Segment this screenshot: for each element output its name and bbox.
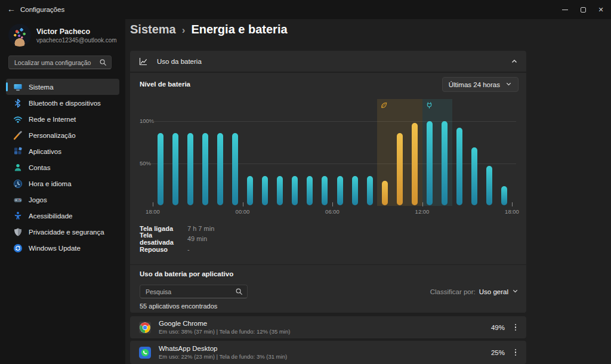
titlebar: ← Configurações ✕ <box>0 0 611 19</box>
gamepad-icon <box>13 195 23 205</box>
main-content: Sistema›Energia e bateria Uso da bateria… <box>125 19 611 364</box>
accessibility-icon <box>13 211 23 221</box>
app-search-input[interactable] <box>140 288 235 295</box>
app-usage-detail: Em uso: 38% (37 min) | Tela de fundo: 12… <box>159 328 290 335</box>
sidebar-item-shield[interactable]: Privacidade e segurança <box>6 224 119 240</box>
window-title: Configurações <box>20 0 64 19</box>
sidebar-item-label: Windows Update <box>29 245 81 252</box>
person-icon <box>13 163 23 172</box>
maximize-icon <box>581 7 586 13</box>
chart-bar <box>352 176 358 205</box>
chart-bar <box>232 133 238 205</box>
app-search <box>140 285 248 298</box>
x-axis-tick <box>512 202 513 206</box>
sidebar-item-label: Aplicativos <box>29 148 61 155</box>
chart-bar <box>501 186 507 205</box>
maximize-button[interactable] <box>574 0 592 19</box>
window-controls: ✕ <box>556 0 610 19</box>
app-usage-detail: Em uso: 22% (23 min) | Tela de fundo: 3%… <box>159 353 287 360</box>
stat-row: Repouso- <box>140 244 214 255</box>
sidebar-item-accessibility[interactable]: Acessibilidade <box>6 208 119 224</box>
x-axis-label: 00:00 <box>233 208 253 215</box>
battery-usage-panel: Nível de bateria Últimas 24 horas 100%50… <box>130 73 526 313</box>
sidebar-item-label: Privacidade e segurança <box>29 229 104 236</box>
x-axis-tick <box>243 202 243 206</box>
breadcrumb: Sistema›Energia e bateria <box>130 23 288 36</box>
battery-level-label: Nível de bateria <box>140 81 190 88</box>
close-icon: ✕ <box>598 6 603 14</box>
sort-dropdown[interactable]: Classificar por: Uso geral <box>430 288 519 295</box>
time-range-dropdown[interactable]: Últimas 24 horas <box>442 77 519 92</box>
settings-nav: SistemaBluetooth e dispositivosRede e In… <box>0 79 125 256</box>
x-axis-label: 18:00 <box>143 208 163 215</box>
more-options-button[interactable] <box>511 324 520 331</box>
breadcrumb-parent[interactable]: Sistema <box>130 23 176 36</box>
back-button[interactable]: ← <box>7 0 16 19</box>
minimize-button[interactable] <box>556 0 574 19</box>
chart-bar <box>427 121 433 205</box>
chart-bar <box>397 133 403 205</box>
x-axis-tick <box>332 202 333 206</box>
x-axis-label: 12:00 <box>412 208 433 215</box>
chart-bar <box>337 176 343 205</box>
update-icon <box>13 243 23 253</box>
stat-value: 7 h 7 min <box>187 225 214 232</box>
expander-title: Uso da bateria <box>157 58 202 65</box>
sidebar-item-label: Rede e Internet <box>29 116 76 123</box>
x-axis-label: 06:00 <box>322 208 342 215</box>
sidebar-item-bluetooth[interactable]: Bluetooth e dispositivos <box>6 95 119 111</box>
sidebar-item-gamepad[interactable]: Jogos <box>6 192 119 208</box>
more-options-button[interactable] <box>511 349 520 356</box>
app-name: WhatsApp Desktop <box>159 345 287 352</box>
breadcrumb-separator: › <box>182 24 186 36</box>
monitor-icon <box>13 82 23 92</box>
x-axis-tick <box>422 202 423 206</box>
page-title: Energia e bateria <box>191 23 287 36</box>
sidebar-item-clock[interactable]: Hora e idioma <box>6 175 119 192</box>
stat-row: Tela desativada49 min <box>140 234 214 245</box>
sidebar-item-brush[interactable]: Personalização <box>6 127 119 143</box>
settings-search <box>8 55 112 69</box>
leaf-icon <box>380 101 388 112</box>
close-button[interactable]: ✕ <box>592 0 610 19</box>
sort-label: Classificar por: <box>430 288 476 295</box>
chart-bar <box>187 133 193 205</box>
minimize-icon <box>562 10 568 10</box>
chart-bar <box>158 133 163 205</box>
chart-bar <box>486 166 492 205</box>
stat-value: 49 min <box>187 235 207 242</box>
chart-bar <box>172 133 178 205</box>
app-name: Google Chrome <box>159 320 290 327</box>
app-texts: Google ChromeEm uso: 38% (37 min) | Tela… <box>159 320 290 335</box>
user-email: vpacheco12345@outlook.com <box>36 37 117 44</box>
search-icon <box>235 288 243 295</box>
apps-count: 55 aplicativos encontrados <box>140 303 217 310</box>
sidebar-item-update[interactable]: Windows Update <box>6 240 119 256</box>
stat-value: - <box>187 246 190 253</box>
chart-bar <box>262 176 268 205</box>
section-divider <box>130 264 526 265</box>
sidebar-item-label: Contas <box>29 164 50 171</box>
screen-time-stats: Tela ligada7 h 7 minTela desativada49 mi… <box>140 223 214 255</box>
chevron-up-icon[interactable] <box>511 58 518 65</box>
settings-search-input[interactable] <box>9 59 99 66</box>
sidebar-item-person[interactable]: Contas <box>6 159 119 175</box>
battery-usage-expander[interactable]: Uso da bateria <box>130 51 526 72</box>
sidebar-item-label: Bluetooth e dispositivos <box>29 100 101 107</box>
line-chart-icon <box>138 57 148 66</box>
stat-label: Tela ligada <box>140 225 187 232</box>
settings-window: ← Configurações ✕ Victor Pacheco vpachec… <box>0 0 611 364</box>
chart-bar <box>307 176 313 205</box>
chart-bar <box>471 147 477 205</box>
account-card[interactable]: Victor Pacheco vpacheco12345@outlook.com <box>8 24 117 47</box>
chart-bar <box>217 133 223 205</box>
sidebar-item-monitor[interactable]: Sistema <box>6 79 119 95</box>
sidebar-item-label: Hora e idioma <box>29 180 72 187</box>
sidebar-item-apps[interactable]: Aplicativos <box>6 143 119 159</box>
chevron-down-icon <box>505 81 512 88</box>
apps-icon <box>13 147 23 156</box>
stat-label: Tela desativada <box>140 232 187 246</box>
chart-bar <box>322 176 328 205</box>
sidebar-item-wifi[interactable]: Rede e Internet <box>6 111 119 127</box>
clock-icon <box>13 179 23 189</box>
